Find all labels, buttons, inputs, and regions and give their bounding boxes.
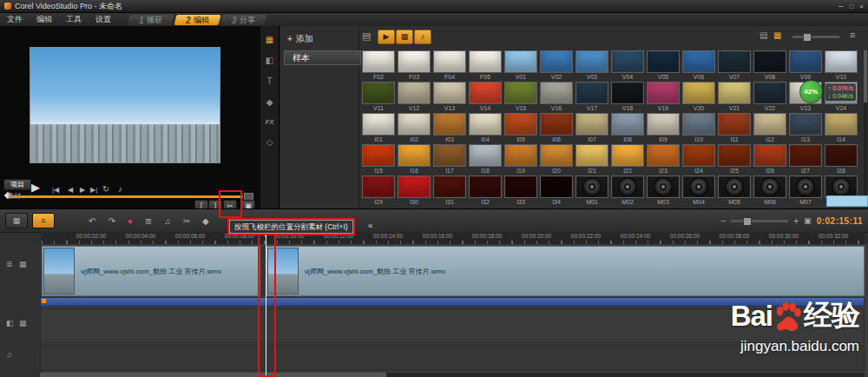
overlay-track-grid-icon[interactable]: ▦ [19, 319, 27, 327]
library-item-I23[interactable]: I23 [647, 144, 680, 175]
library-item-I27[interactable]: I27 [789, 144, 822, 175]
library-item-V12[interactable]: V12 [398, 82, 431, 112]
play-button[interactable]: ▶ [31, 181, 40, 194]
library-item-V04[interactable]: V04 [611, 50, 644, 81]
library-item-I19[interactable]: I19 [504, 144, 537, 175]
scrubber-track[interactable] [9, 195, 243, 198]
repeat-icon[interactable]: ↻ [102, 184, 109, 194]
end-button[interactable]: ▶| [90, 186, 97, 194]
slider-knob[interactable] [803, 33, 812, 42]
close-button[interactable]: × [859, 3, 864, 10]
library-item-V14[interactable]: V14 [469, 82, 502, 112]
library-item-V19[interactable]: V19 [647, 82, 680, 112]
home-button[interactable]: |◀ [52, 186, 59, 194]
library-item-I34[interactable]: I34 [540, 175, 573, 206]
library-item-I05[interactable]: I05 [504, 113, 537, 143]
library-item-M04[interactable]: M04 [682, 175, 715, 206]
thumbnail-size-slider[interactable] [792, 36, 839, 38]
library-item-I32[interactable]: I32 [469, 175, 502, 206]
filter-icon[interactable]: FX [263, 118, 277, 126]
timeline-clip-2[interactable]: vj师网_www.vjshi.com_航拍 工业 宣传片.wmv [266, 246, 865, 296]
library-item-I02[interactable]: I02 [398, 113, 431, 143]
library-item-V15[interactable]: V15 [504, 82, 537, 112]
filter-photo-button[interactable]: ▦ [396, 30, 413, 44]
library-item-V02[interactable]: V02 [540, 50, 573, 81]
library-item-M01[interactable]: M01 [575, 175, 608, 206]
library-item-M05[interactable]: M05 [718, 175, 751, 206]
storyboard-view-button[interactable]: ▦ [5, 213, 28, 228]
library-item-F03[interactable]: F03 [398, 50, 431, 81]
sound-mixer-icon[interactable]: ≣ [145, 216, 152, 226]
library-item-I30[interactable]: I30 [398, 175, 431, 206]
fit-project-button[interactable]: ▣ [804, 216, 812, 225]
chapter-marker-icon[interactable]: ◆ [202, 216, 209, 226]
gallery-scrollbar-thumb[interactable] [864, 50, 867, 103]
step-tab-2[interactable]: 2编辑 [174, 15, 220, 25]
scrollbar-thumb[interactable] [40, 373, 386, 377]
preview-scrubber[interactable] [5, 193, 255, 200]
library-item-I08[interactable]: I08 [611, 113, 644, 143]
step-tab-3[interactable]: 3分享 [220, 15, 267, 25]
library-options-icon[interactable]: ≡ [850, 30, 855, 40]
timeline-horizontal-scrollbar[interactable] [40, 373, 865, 377]
library-item-V07[interactable]: V07 [718, 50, 751, 81]
graphic-icon[interactable]: ◆ [263, 97, 277, 107]
library-item-I20[interactable]: I20 [540, 144, 573, 175]
library-item-I09[interactable]: I09 [647, 113, 680, 143]
transition-icon[interactable]: ◧ [263, 56, 277, 65]
menu-item-1[interactable]: 文件 [0, 14, 30, 25]
step-forward-button[interactable]: ▶ [80, 186, 85, 194]
media-library-icon[interactable]: ▦ [263, 35, 277, 44]
motion-icon[interactable]: ◇ [263, 137, 277, 147]
add-folder-button[interactable]: +添加 [287, 33, 313, 45]
library-item-V20[interactable]: V20 [682, 82, 715, 112]
overlay-track-icon[interactable]: ◧ [6, 319, 14, 327]
library-item-M02[interactable]: M02 [611, 175, 644, 206]
library-item-I33[interactable]: I33 [504, 175, 537, 206]
zoom-out-button[interactable]: − [720, 216, 726, 226]
library-item-V11[interactable]: V11 [362, 82, 395, 112]
library-item-I17[interactable]: I17 [433, 144, 466, 175]
library-item-I18[interactable]: I18 [469, 144, 502, 175]
timeline-ruler[interactable]: 00:00:02:0000:00:04:0000:00:06:0000:00:0… [42, 232, 865, 245]
split-timeline-icon[interactable]: ✂ [183, 216, 190, 226]
library-item-V06[interactable]: V06 [682, 50, 715, 81]
library-item-V09[interactable]: V09 [789, 50, 822, 81]
minimize-button[interactable]: ─ [838, 3, 844, 10]
auto-music-icon[interactable]: ♫ [164, 216, 171, 226]
timeline-zoom-slider[interactable] [731, 220, 788, 222]
library-item-V13[interactable]: V13 [433, 82, 466, 112]
library-item-M06[interactable]: M06 [753, 175, 786, 206]
library-item-I25[interactable]: I25 [718, 144, 751, 175]
library-item-I06[interactable]: I06 [540, 113, 573, 143]
library-item-F02[interactable]: F02 [362, 50, 395, 81]
library-item-V10[interactable]: V10 [825, 50, 858, 81]
library-item-V18[interactable]: V18 [611, 82, 644, 112]
library-item-V08[interactable]: V08 [753, 50, 786, 81]
gallery-scrollbar[interactable] [864, 50, 867, 202]
redo-icon[interactable]: ↷ [108, 216, 115, 226]
library-item-I22[interactable]: I22 [611, 144, 644, 175]
track-manager-icon[interactable]: ≣ [6, 260, 13, 268]
library-item-I03[interactable]: I03 [433, 113, 466, 143]
library-item-I24[interactable]: I24 [682, 144, 715, 175]
library-item-M07[interactable]: M07 [789, 175, 822, 206]
zoom-in-button[interactable]: + [793, 216, 799, 226]
library-item-I15[interactable]: I15 [362, 144, 395, 175]
filter-video-button[interactable]: ▶ [378, 30, 395, 44]
library-item-I11[interactable]: I11 [718, 113, 751, 143]
library-item-I04[interactable]: I04 [469, 113, 502, 143]
step-back-button[interactable]: ◀ [68, 186, 73, 194]
library-item-I10[interactable]: I10 [682, 113, 715, 143]
library-item-F04[interactable]: F04 [433, 50, 466, 81]
library-item-I28[interactable]: I28 [825, 144, 858, 175]
library-item-I21[interactable]: I21 [575, 144, 608, 175]
library-item-M03[interactable]: M03 [647, 175, 680, 206]
mode-project-button[interactable]: 项目 [3, 179, 31, 190]
library-item-V17[interactable]: V17 [575, 82, 608, 112]
library-item-I29[interactable]: I29 [362, 175, 395, 206]
mode-clip-button[interactable]: 素材 [7, 191, 21, 201]
undo-icon[interactable]: ↶ [89, 216, 95, 226]
step-tab-1[interactable]: 1捕获 [128, 15, 174, 25]
folder-icon[interactable]: ▤ [362, 30, 371, 42]
